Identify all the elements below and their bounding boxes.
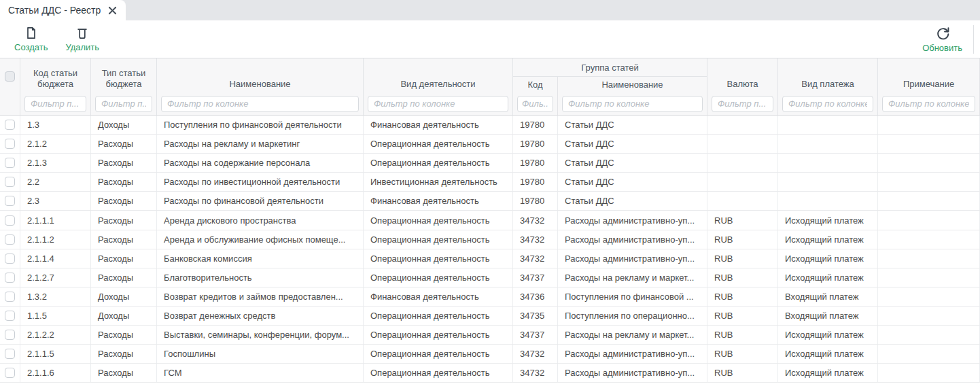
cell-name: Благотворительность — [157, 268, 364, 287]
cell-currency: RUB — [707, 287, 778, 306]
cell-budget-type: Расходы — [91, 364, 157, 382]
table-row[interactable]: 2.1.2.2 Расходы Выставки, семинары, конф… — [0, 326, 980, 345]
row-checkbox-cell — [0, 230, 20, 249]
cell-note — [878, 230, 980, 249]
filter-cell — [558, 94, 707, 115]
column-header-budget-code[interactable]: Код статьи бюджета — [20, 58, 91, 94]
column-header-group-name[interactable]: Наименование — [558, 77, 707, 94]
cell-payment-type: Исходящий платеж — [778, 364, 878, 382]
cell-group-code: 19780 — [513, 116, 558, 134]
create-button[interactable]: Создать — [14, 26, 48, 52]
cell-budget-code: 1.3.2 — [20, 287, 91, 306]
table-row[interactable]: 2.1.2.7 Расходы Благотворительность Опер… — [0, 268, 980, 287]
cell-name: Возврат кредитов и займов предоставлен..… — [157, 287, 364, 306]
table-row[interactable]: 1.1.5 Доходы Возврат денежных средств Оп… — [0, 307, 980, 326]
cell-group-code: 19780 — [513, 154, 558, 172]
cell-name: Поступления по финансовой деятельности — [157, 116, 364, 134]
cell-currency — [707, 154, 778, 172]
row-checkbox[interactable] — [5, 368, 15, 378]
cell-budget-code: 2.1.1.1 — [20, 211, 91, 229]
cell-currency: RUB — [707, 268, 778, 287]
row-checkbox[interactable] — [5, 349, 15, 359]
table-row[interactable]: 1.3.2 Доходы Возврат кредитов и займов п… — [0, 287, 980, 307]
tab-statii-dds-reestr[interactable]: Статьи ДДС - Реестр — [0, 0, 126, 20]
row-checkbox-cell — [0, 211, 20, 229]
cell-activity: Инвестиционная деятельность — [364, 173, 513, 191]
filter-cell-empty — [0, 94, 20, 115]
row-checkbox[interactable] — [5, 158, 15, 168]
cell-note — [878, 345, 980, 363]
table-row[interactable]: 2.1.1.5 Расходы Госпошлины Операционная … — [0, 345, 980, 364]
filter-input-budget-type[interactable] — [95, 96, 152, 112]
column-header-payment-type[interactable]: Вид платежа — [778, 58, 878, 94]
cell-payment-type: Исходящий платеж — [778, 268, 878, 287]
cell-group-name: Статьи ДДС — [558, 154, 707, 172]
delete-button[interactable]: Удалить — [65, 26, 99, 52]
cell-activity: Операционная деятельность — [364, 364, 513, 382]
cell-group-code: 19780 — [513, 135, 558, 153]
row-checkbox-cell — [0, 249, 20, 268]
filter-cell — [20, 94, 91, 115]
column-header-budget-type[interactable]: Тип статьи бюджета — [91, 58, 157, 94]
table-row[interactable]: 2.1.1.2 Расходы Аренда и обслуживание оф… — [0, 230, 980, 249]
table-row[interactable]: 2.1.3 Расходы Расходы на содержание перс… — [0, 154, 980, 173]
row-checkbox[interactable] — [5, 254, 15, 264]
cell-payment-type — [778, 173, 878, 191]
filter-input-activity[interactable] — [368, 96, 508, 112]
filter-input-group-code[interactable] — [517, 96, 553, 112]
filter-input-payment-type[interactable] — [782, 96, 873, 112]
select-all-checkbox[interactable] — [5, 71, 15, 82]
table-row[interactable]: 1.3 Доходы Поступления по финансовой дея… — [0, 116, 980, 135]
cell-budget-code: 2.2 — [20, 173, 91, 191]
cell-budget-code: 2.1.2.2 — [20, 326, 91, 344]
cell-budget-code: 2.1.1.2 — [20, 230, 91, 249]
column-header-group-code[interactable]: Код — [513, 77, 558, 94]
row-checkbox[interactable] — [5, 177, 15, 187]
cell-budget-type: Расходы — [91, 154, 157, 172]
close-icon[interactable] — [108, 6, 117, 15]
cell-note — [878, 135, 980, 153]
cell-group-name: Статьи ДДС — [558, 192, 707, 210]
cell-group-code: 34737 — [513, 268, 558, 287]
row-checkbox[interactable] — [5, 330, 15, 340]
filter-input-name[interactable] — [161, 96, 359, 112]
filter-input-budget-code[interactable] — [24, 96, 86, 112]
row-checkbox[interactable] — [5, 196, 15, 206]
cell-payment-type: Входящий платеж — [778, 307, 878, 325]
cell-group-code: 34732 — [513, 345, 558, 363]
cell-budget-code: 2.1.1.4 — [20, 249, 91, 268]
filter-input-note[interactable] — [882, 96, 975, 112]
table-row[interactable]: 2.1.1.4 Расходы Банковская комиссия Опер… — [0, 249, 980, 268]
row-checkbox[interactable] — [5, 234, 15, 245]
filter-cell — [364, 94, 513, 115]
table-row[interactable]: 2.2 Расходы Расходы по инвестиционной де… — [0, 173, 980, 192]
row-checkbox[interactable] — [5, 273, 15, 283]
row-checkbox[interactable] — [5, 120, 15, 130]
column-header-note[interactable]: Примечание — [878, 58, 980, 94]
row-checkbox[interactable] — [5, 292, 15, 302]
table-row[interactable]: 2.3 Расходы Расходы по финансовой деятел… — [0, 192, 980, 211]
column-header-name[interactable]: Наименование — [157, 58, 364, 94]
cell-budget-type: Расходы — [91, 268, 157, 287]
column-header-label: Наименование — [229, 79, 290, 90]
row-checkbox-cell — [0, 326, 20, 344]
row-checkbox[interactable] — [5, 311, 15, 321]
cell-currency: RUB — [707, 230, 778, 249]
row-checkbox[interactable] — [5, 139, 15, 149]
cell-note — [878, 192, 980, 210]
cell-note — [878, 326, 980, 344]
refresh-button[interactable]: Обновить — [922, 26, 962, 53]
row-checkbox-cell — [0, 154, 20, 172]
table-row[interactable]: 2.1.1.1 Расходы Аренда дискового простра… — [0, 211, 980, 230]
column-header-currency[interactable]: Валюта — [707, 58, 778, 94]
table-row[interactable]: 2.1.2 Расходы Расходы на рекламу и марке… — [0, 135, 980, 154]
cell-group-name: Расходы административно-уп... — [558, 211, 707, 229]
table-row[interactable]: 2.1.1.6 Расходы ГСМ Операционная деятель… — [0, 364, 980, 383]
filter-cell — [157, 94, 364, 115]
row-checkbox[interactable] — [5, 215, 15, 226]
filter-input-currency[interactable] — [712, 96, 773, 112]
cell-activity: Финансовая деятельность — [364, 116, 513, 134]
cell-name: Аренда дискового пространства — [157, 211, 364, 229]
column-header-activity[interactable]: Вид деятельности — [364, 58, 513, 94]
filter-input-group-name[interactable] — [562, 96, 703, 112]
